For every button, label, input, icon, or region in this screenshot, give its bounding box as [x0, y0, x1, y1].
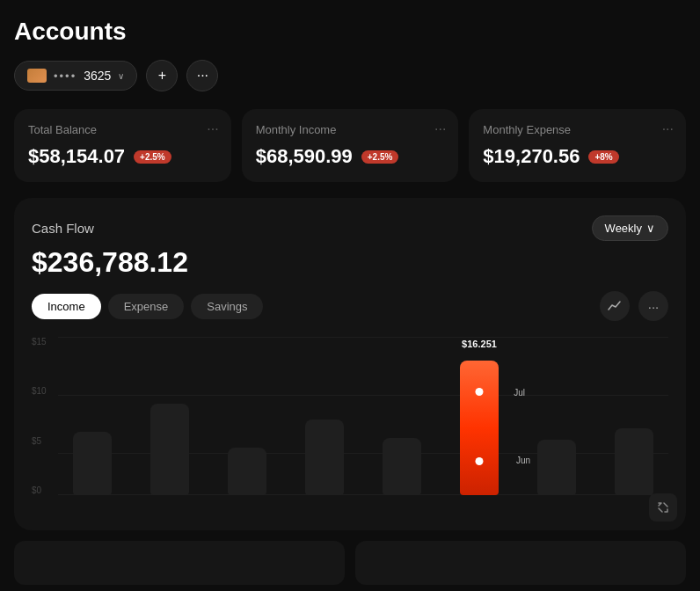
bar-group-4	[290, 337, 359, 495]
bar-group-1	[58, 337, 127, 495]
y-label-0: $0	[32, 485, 56, 495]
monthly-income-card: Monthly Income ··· $68,590.99 +2.5%	[242, 109, 459, 182]
tab-expense[interactable]: Expense	[108, 294, 185, 319]
period-label: Weekly	[605, 222, 642, 235]
monthly-expense-badge: +8%	[588, 150, 618, 164]
expand-icon	[657, 501, 669, 514]
filter-actions: ···	[600, 291, 668, 321]
bottom-cards-row	[14, 541, 686, 585]
cashflow-amount: $236,788.12	[32, 246, 668, 279]
page-container: Accounts •••• 3625 ∨ + ··· Total Balance…	[0, 0, 700, 591]
bar-group-jul: $16.251 Jul Jun	[445, 337, 514, 495]
bar-2	[150, 404, 189, 495]
bar-4	[305, 420, 344, 495]
account-selector[interactable]: •••• 3625 ∨	[14, 61, 137, 91]
monthly-income-value: $68,590.99	[256, 145, 353, 168]
y-label-15: $15	[32, 337, 56, 347]
expand-button[interactable]	[649, 493, 677, 522]
monthly-income-more-button[interactable]: ···	[434, 121, 446, 137]
monthly-expense-label: Monthly Expense	[483, 123, 672, 136]
bar-8	[615, 428, 653, 495]
cashflow-title: Cash Flow	[32, 221, 94, 236]
chart-type-button[interactable]	[600, 291, 630, 321]
cashflow-panel: Cash Flow Weekly ∨ $236,788.12 Income Ex…	[14, 198, 686, 530]
bar-1	[73, 432, 112, 495]
summary-cards-row: Total Balance ··· $58,154.07 +2.5% Month…	[14, 109, 686, 182]
account-number: 3625	[84, 69, 111, 83]
chart-area: $15 $10 $5 $0	[32, 337, 668, 513]
account-row: •••• 3625 ∨ + ···	[14, 60, 686, 91]
filter-row: Income Expense Savings ···	[32, 291, 668, 321]
y-label-5: $5	[32, 436, 56, 446]
total-balance-value-row: $58,154.07 +2.5%	[28, 145, 217, 168]
bar-5	[383, 438, 421, 495]
bottom-card-left	[14, 541, 345, 585]
chart-bars: $16.251 Jul Jun	[58, 337, 668, 495]
jun-dot	[476, 457, 484, 465]
monthly-expense-more-button[interactable]: ···	[662, 121, 674, 137]
bottom-card-right	[355, 541, 686, 585]
chart-icon	[608, 299, 622, 313]
bar-group-7	[522, 337, 591, 495]
tooltip-value: $16.251	[462, 339, 497, 349]
total-balance-label: Total Balance	[28, 123, 217, 136]
bar-7	[537, 440, 576, 495]
bar-group-3	[213, 337, 281, 495]
monthly-expense-value-row: $19,270.56 +8%	[483, 145, 672, 168]
chart-more-button[interactable]: ···	[638, 291, 668, 321]
total-balance-badge: +2.5%	[134, 150, 171, 164]
card-icon	[27, 69, 47, 83]
y-label-10: $10	[32, 386, 56, 396]
total-balance-more-button[interactable]: ···	[207, 121, 218, 137]
total-balance-card: Total Balance ··· $58,154.07 +2.5%	[14, 109, 231, 182]
page-title: Accounts	[14, 18, 686, 46]
filter-tabs: Income Expense Savings	[32, 294, 263, 319]
bar-3	[228, 448, 266, 495]
chevron-down-icon: ∨	[118, 71, 124, 81]
period-chevron-icon: ∨	[646, 222, 655, 235]
monthly-expense-value: $19,270.56	[483, 145, 580, 168]
tab-savings[interactable]: Savings	[191, 294, 263, 319]
monthly-expense-card: Monthly Expense ··· $19,270.56 +8%	[469, 109, 686, 182]
bar-group-8	[600, 337, 668, 495]
more-icon: ···	[648, 299, 660, 314]
total-balance-value: $58,154.07	[28, 145, 125, 168]
bar-group-5	[368, 337, 436, 495]
tab-income[interactable]: Income	[32, 294, 101, 319]
add-account-button[interactable]: +	[146, 60, 178, 91]
chart-y-labels: $15 $10 $5 $0	[32, 337, 56, 495]
period-selector-button[interactable]: Weekly ∨	[592, 215, 668, 241]
bar-group-2	[135, 337, 204, 495]
monthly-income-label: Monthly Income	[256, 123, 445, 136]
monthly-income-badge: +2.5%	[361, 150, 399, 164]
account-dots: ••••	[54, 69, 77, 83]
more-options-button[interactable]: ···	[186, 60, 218, 91]
cashflow-header: Cash Flow Weekly ∨	[32, 215, 668, 241]
jul-dot	[476, 388, 484, 396]
bar-jul: Jul Jun	[460, 361, 499, 495]
monthly-income-value-row: $68,590.99 +2.5%	[256, 145, 445, 168]
